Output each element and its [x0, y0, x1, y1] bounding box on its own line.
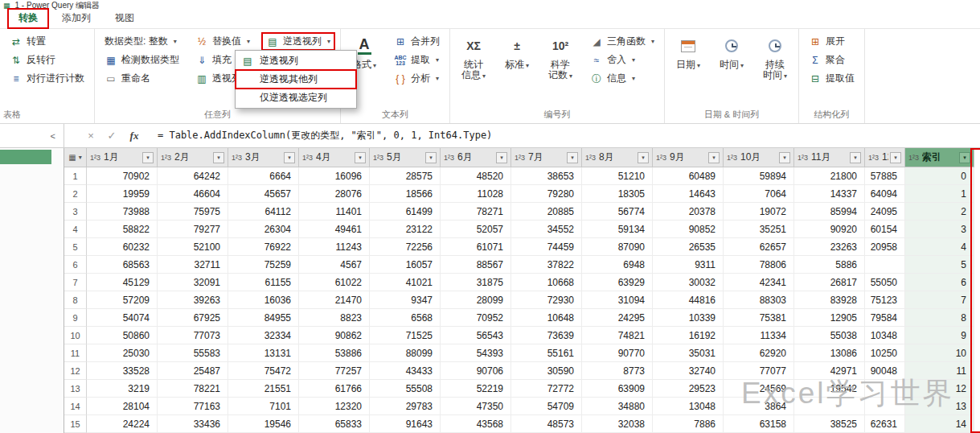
data-cell[interactable]: 75381 — [724, 309, 794, 327]
data-cell[interactable]: 55583 — [158, 344, 228, 362]
data-cell[interactable]: 6664 — [228, 167, 299, 185]
data-cell[interactable]: 21551 — [228, 380, 299, 398]
column-header-12月[interactable]: 1²312月▾ — [865, 148, 905, 167]
data-cell[interactable]: 35031 — [653, 344, 724, 362]
column-header-3月[interactable]: 1²33月▾ — [228, 148, 299, 167]
data-cell[interactable]: 20958 — [865, 238, 905, 256]
data-cell[interactable]: 48520 — [441, 167, 511, 185]
data-cell[interactable]: 45129 — [87, 274, 158, 291]
data-cell[interactable]: 67925 — [158, 309, 228, 327]
data-cell[interactable]: 61155 — [228, 274, 299, 291]
row-number[interactable]: 6 — [64, 256, 87, 274]
data-cell[interactable]: 25487 — [158, 362, 228, 380]
row-number[interactable]: 5 — [64, 238, 87, 256]
row-number[interactable]: 14 — [64, 398, 87, 415]
data-cell[interactable]: 79584 — [865, 309, 905, 327]
data-cell[interactable]: 78271 — [441, 203, 511, 221]
column-header-6月[interactable]: 1²36月▾ — [441, 148, 511, 167]
row-number[interactable]: 15 — [64, 415, 87, 433]
table-corner-button[interactable]: ▦ ▾ — [64, 148, 87, 167]
data-cell[interactable]: 12320 — [299, 398, 370, 415]
data-cell[interactable]: 43568 — [441, 415, 511, 433]
filter-button[interactable]: ▾ — [890, 152, 901, 163]
row-number[interactable]: 1 — [64, 167, 87, 185]
data-cell[interactable]: 34880 — [582, 398, 653, 415]
data-cell[interactable]: 26817 — [794, 274, 865, 291]
data-cell[interactable]: 42971 — [794, 362, 865, 380]
data-cell[interactable]: 13131 — [228, 344, 299, 362]
data-cell[interactable]: 49461 — [299, 221, 370, 238]
data-cell[interactable]: 71525 — [370, 327, 441, 344]
information-button[interactable]: ⓘ 信息 ▾ — [586, 70, 658, 87]
index-cell[interactable]: 0 — [905, 167, 974, 185]
data-cell[interactable]: 8823 — [299, 309, 370, 327]
data-cell[interactable]: 43433 — [370, 362, 441, 380]
index-cell[interactable]: 10 — [905, 344, 974, 362]
data-cell[interactable]: 70902 — [87, 167, 158, 185]
data-cell[interactable]: 19959 — [87, 185, 158, 203]
column-header-9月[interactable]: 1²39月▾ — [653, 148, 724, 167]
data-cell[interactable]: 10668 — [511, 274, 582, 291]
data-cell[interactable]: 24224 — [87, 415, 158, 433]
data-cell[interactable]: 54074 — [87, 309, 158, 327]
data-cell[interactable]: 74821 — [582, 327, 653, 344]
data-cell[interactable]: 29523 — [653, 380, 724, 398]
data-cell[interactable]: 50860 — [87, 327, 158, 344]
row-number[interactable]: 4 — [64, 221, 87, 238]
data-cell[interactable]: 72256 — [370, 238, 441, 256]
data-cell[interactable]: 68563 — [87, 256, 158, 274]
filter-button[interactable]: ▾ — [959, 152, 970, 163]
data-cell[interactable]: 59134 — [582, 221, 653, 238]
data-cell[interactable]: 90048 — [865, 362, 905, 380]
cancel-formula-icon[interactable]: × — [80, 130, 101, 142]
data-cell[interactable]: 54393 — [441, 344, 511, 362]
data-cell[interactable]: 77073 — [158, 327, 228, 344]
data-cell[interactable]: 55508 — [370, 380, 441, 398]
row-number[interactable]: 11 — [64, 344, 87, 362]
data-cell[interactable]: 32091 — [158, 274, 228, 291]
data-cell[interactable]: 77163 — [158, 398, 228, 415]
data-cell[interactable]: 24095 — [865, 203, 905, 221]
data-cell[interactable]: 11401 — [299, 203, 370, 221]
data-cell[interactable] — [865, 398, 905, 415]
data-cell[interactable]: 59894 — [724, 167, 794, 185]
data-cell[interactable]: 32334 — [228, 327, 299, 344]
data-cell[interactable]: 75123 — [865, 291, 905, 309]
index-cell[interactable]: 1 — [905, 185, 974, 203]
data-cell[interactable]: 32711 — [158, 256, 228, 274]
data-cell[interactable]: 19542 — [794, 380, 865, 398]
data-cell[interactable]: 25030 — [87, 344, 158, 362]
data-cell[interactable] — [794, 398, 865, 415]
unpivot-columns-button[interactable]: ▤ 逆透视列 ▾ — [262, 33, 334, 50]
column-header-11月[interactable]: 1²311月▾ — [794, 148, 865, 167]
data-cell[interactable]: 28099 — [441, 291, 511, 309]
index-cell[interactable]: 6 — [905, 274, 974, 291]
data-cell[interactable]: 57209 — [87, 291, 158, 309]
filter-button[interactable]: ▾ — [142, 152, 154, 163]
data-cell[interactable]: 9311 — [653, 256, 724, 274]
data-cell[interactable]: 6568 — [370, 309, 441, 327]
data-cell[interactable]: 6948 — [582, 256, 653, 274]
data-cell[interactable]: 62657 — [724, 238, 794, 256]
data-cell[interactable]: 90770 — [582, 344, 653, 362]
data-cell[interactable]: 16057 — [370, 256, 441, 274]
data-cell[interactable]: 18566 — [370, 185, 441, 203]
detect-data-type-button[interactable]: ▦ 检测数据类型 — [100, 52, 183, 68]
row-number[interactable]: 2 — [64, 185, 87, 203]
data-cell[interactable]: 55050 — [865, 274, 905, 291]
commit-formula-icon[interactable]: ✓ — [101, 130, 122, 142]
data-cell[interactable]: 87090 — [582, 238, 653, 256]
trigonometry-button[interactable]: ◢ 三角函数 ▾ — [586, 33, 658, 50]
column-header-7月[interactable]: 1²37月▾ — [511, 148, 582, 167]
data-cell[interactable]: 63909 — [582, 380, 653, 398]
data-cell[interactable]: 7101 — [228, 398, 299, 415]
index-cell[interactable]: 13 — [905, 398, 974, 415]
row-number[interactable]: 7 — [64, 274, 87, 291]
data-cell[interactable]: 39263 — [158, 291, 228, 309]
row-number[interactable]: 10 — [64, 327, 87, 344]
row-number[interactable]: 13 — [64, 380, 87, 398]
data-cell[interactable]: 37822 — [511, 256, 582, 274]
standard-button[interactable]: ± 标准▾ — [499, 33, 535, 71]
data-cell[interactable]: 56774 — [582, 203, 653, 221]
data-cell[interactable]: 14337 — [794, 185, 865, 203]
